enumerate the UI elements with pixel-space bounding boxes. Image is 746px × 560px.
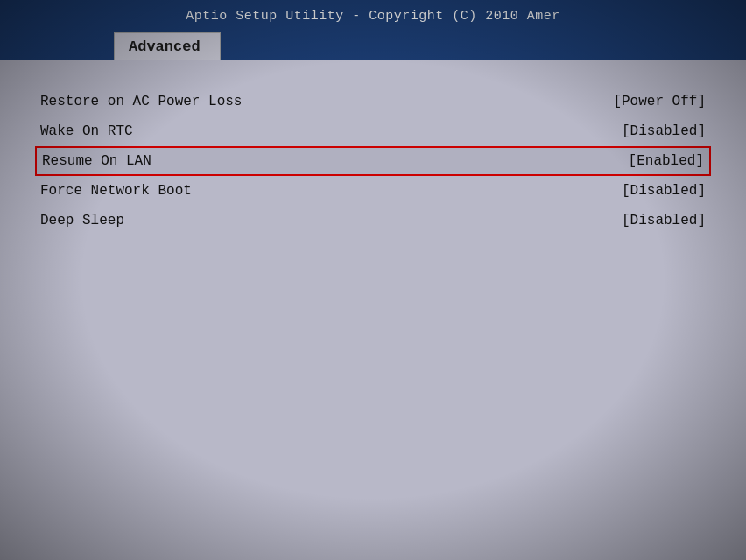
advanced-tab[interactable]: Advanced	[114, 32, 221, 60]
setting-label-3: Force Network Boot	[40, 183, 192, 199]
setting-label-0: Restore on AC Power Loss	[40, 94, 242, 109]
setting-value-4: [Disabled]	[622, 213, 706, 228]
setting-row-4[interactable]: Deep Sleep[Disabled]	[35, 206, 711, 235]
setting-label-1: Wake On RTC	[40, 123, 133, 139]
main-content: Restore on AC Power Loss[Power Off]Wake …	[0, 60, 746, 560]
tab-row: Advanced	[0, 32, 746, 60]
setting-value-0: [Power Off]	[613, 94, 706, 109]
setting-value-3: [Disabled]	[622, 183, 706, 199]
setting-row-1[interactable]: Wake On RTC[Disabled]	[35, 116, 711, 146]
title-text: Aptio Setup Utility - Copyright (C) 2010…	[186, 9, 560, 24]
setting-row-0[interactable]: Restore on AC Power Loss[Power Off]	[35, 87, 711, 116]
setting-row-3[interactable]: Force Network Boot[Disabled]	[35, 176, 711, 206]
setting-row-2[interactable]: Resume On LAN[Enabled]	[35, 146, 711, 176]
settings-list: Restore on AC Power Loss[Power Off]Wake …	[35, 87, 711, 235]
setting-value-2: [Enabled]	[629, 153, 704, 169]
setting-label-4: Deep Sleep	[40, 213, 124, 228]
bios-screen: Aptio Setup Utility - Copyright (C) 2010…	[0, 0, 746, 560]
setting-label-2: Resume On LAN	[42, 153, 151, 169]
tab-label: Advanced	[129, 38, 201, 55]
title-bar: Aptio Setup Utility - Copyright (C) 2010…	[0, 0, 746, 32]
setting-value-1: [Disabled]	[622, 123, 706, 139]
